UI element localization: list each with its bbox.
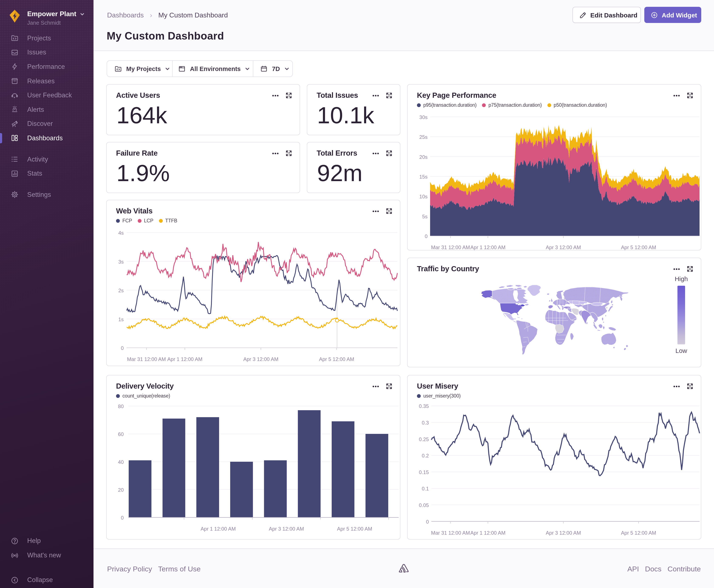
svg-text:Apr 5 12:00 AM: Apr 5 12:00 AM <box>319 356 354 362</box>
svg-text:Apr 5 12:00 AM: Apr 5 12:00 AM <box>621 245 656 250</box>
svg-text:Apr 5 12:00 AM: Apr 5 12:00 AM <box>621 530 656 536</box>
svg-text:Apr 1 12:00 AM: Apr 1 12:00 AM <box>470 245 505 250</box>
svg-text:20: 20 <box>118 487 124 493</box>
svg-text:0.2: 0.2 <box>422 453 429 459</box>
svg-text:0.3: 0.3 <box>422 420 429 425</box>
svg-text:Mar 31 12:00 AM: Mar 31 12:00 AM <box>127 356 166 362</box>
svg-text:20s: 20s <box>419 154 428 160</box>
svg-text:Apr 1 12:00 AM: Apr 1 12:00 AM <box>167 356 202 362</box>
svg-text:Mar 31 12:00 AM: Mar 31 12:00 AM <box>431 245 470 250</box>
svg-text:25s: 25s <box>419 134 428 140</box>
svg-text:80: 80 <box>118 403 124 409</box>
svg-text:0: 0 <box>121 515 124 521</box>
svg-text:1s: 1s <box>118 317 124 322</box>
svg-text:0.35: 0.35 <box>419 403 429 409</box>
svg-text:0.1: 0.1 <box>422 486 429 491</box>
svg-text:4s: 4s <box>118 230 124 236</box>
svg-text:Apr 3 12:00 AM: Apr 3 12:00 AM <box>269 526 304 532</box>
svg-text:0: 0 <box>425 233 428 239</box>
svg-text:60: 60 <box>118 431 124 437</box>
svg-text:5s: 5s <box>422 214 428 219</box>
svg-text:Apr 1 12:00 AM: Apr 1 12:00 AM <box>470 530 505 536</box>
svg-text:Apr 3 12:00 AM: Apr 3 12:00 AM <box>546 530 581 536</box>
svg-text:10s: 10s <box>419 194 428 200</box>
svg-text:0: 0 <box>121 345 124 351</box>
svg-text:Mar 31 12:00 AM: Mar 31 12:00 AM <box>431 530 470 536</box>
svg-text:2s: 2s <box>118 288 124 293</box>
svg-text:Apr 3 12:00 AM: Apr 3 12:00 AM <box>546 245 581 250</box>
svg-text:0.05: 0.05 <box>419 502 429 508</box>
svg-text:30s: 30s <box>419 114 428 120</box>
svg-text:40: 40 <box>118 459 124 465</box>
svg-text:Apr 1 12:00 AM: Apr 1 12:00 AM <box>201 526 236 532</box>
svg-text:3s: 3s <box>118 259 124 265</box>
svg-text:0.25: 0.25 <box>419 437 429 442</box>
svg-text:Apr 3 12:00 AM: Apr 3 12:00 AM <box>243 356 278 362</box>
svg-text:15s: 15s <box>419 174 428 180</box>
svg-text:Apr 5 12:00 AM: Apr 5 12:00 AM <box>337 526 372 532</box>
svg-text:0: 0 <box>426 519 429 525</box>
svg-text:0.15: 0.15 <box>419 469 429 475</box>
